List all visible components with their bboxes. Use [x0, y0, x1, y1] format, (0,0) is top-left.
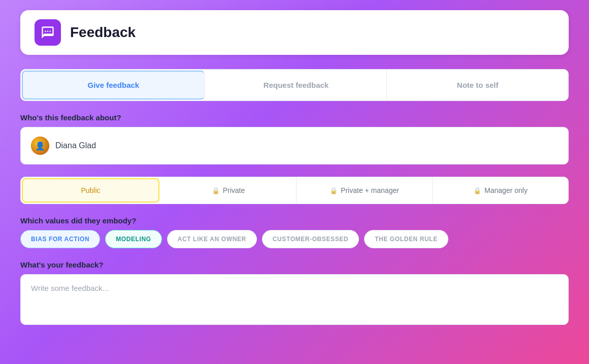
lock-icon-private: 🔒: [212, 187, 220, 194]
tab-request-feedback[interactable]: Request feedback: [206, 70, 387, 101]
avatar: 👤: [31, 137, 49, 155]
public-label: Public: [81, 186, 100, 194]
tab-bar: Give feedback Request feedback Note to s…: [20, 69, 569, 101]
value-customer-obsessed[interactable]: CUSTOMER-OBSESSED: [262, 230, 359, 248]
visibility-private-manager[interactable]: 🔒 Private + manager: [297, 177, 433, 204]
who-label: Who's this feedback about?: [20, 113, 569, 122]
private-manager-label: Private + manager: [341, 186, 399, 194]
person-name: Diana Glad: [55, 141, 96, 150]
manager-only-label: Manager only: [484, 186, 528, 194]
feedback-label: What's your feedback?: [20, 260, 569, 269]
main-content: Give feedback Request feedback Note to s…: [20, 69, 569, 325]
lock-icon-private-manager: 🔒: [330, 187, 338, 194]
values-label: Which values did they embody?: [20, 216, 569, 225]
feedback-textarea[interactable]: [20, 274, 569, 325]
value-bias-for-action[interactable]: BIAS FOR ACTION: [20, 230, 100, 248]
who-section: Who's this feedback about? 👤 Diana Glad: [20, 113, 569, 164]
visibility-bar: Public 🔒 Private 🔒 Private + manager 🔒 M…: [20, 177, 569, 204]
value-act-like-owner[interactable]: ACT LIKE AN OWNER: [167, 230, 257, 248]
tab-give-feedback[interactable]: Give feedback: [22, 71, 205, 100]
app-logo-icon: [35, 19, 61, 46]
lock-icon-manager-only: 🔒: [473, 187, 481, 194]
page-title: Feedback: [70, 24, 136, 41]
visibility-public[interactable]: Public: [22, 178, 159, 203]
private-label: Private: [223, 186, 245, 194]
person-field[interactable]: 👤 Diana Glad: [20, 127, 569, 164]
feedback-section: What's your feedback?: [20, 260, 569, 325]
value-modeling[interactable]: MODELING: [105, 230, 161, 248]
tab-note-to-self[interactable]: Note to self: [387, 70, 568, 101]
visibility-manager-only[interactable]: 🔒 Manager only: [433, 177, 568, 204]
visibility-private[interactable]: 🔒 Private: [160, 177, 297, 204]
values-section: Which values did they embody? BIAS FOR A…: [20, 216, 569, 248]
values-grid: BIAS FOR ACTION MODELING ACT LIKE AN OWN…: [20, 230, 569, 248]
header-card: Feedback: [20, 10, 569, 55]
avatar-image: 👤: [31, 137, 49, 155]
value-golden-rule[interactable]: THE GOLDEN RULE: [364, 230, 448, 248]
